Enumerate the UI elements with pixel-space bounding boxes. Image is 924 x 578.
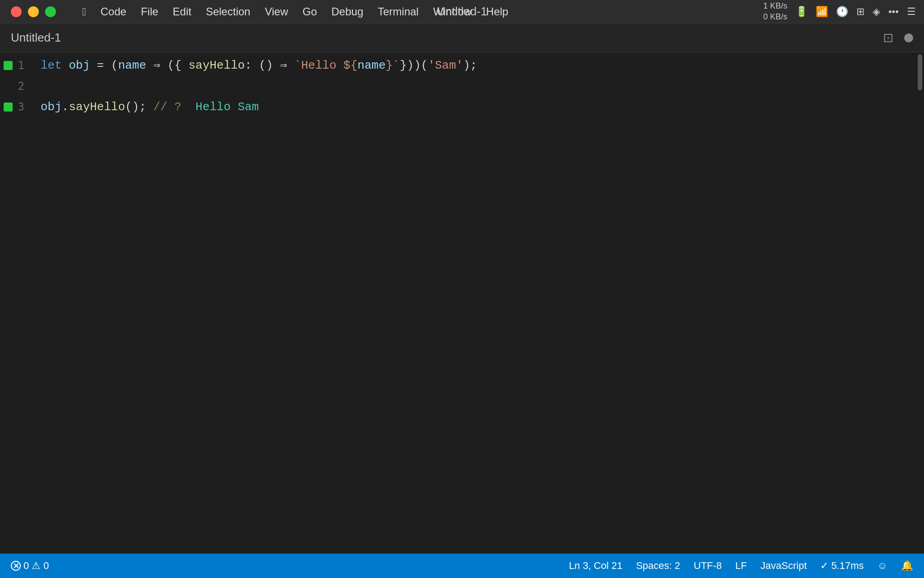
code-editor[interactable]: let obj = (name ⇒ ({ sayHello: () ⇒ `Hel… — [32, 52, 916, 554]
warning-icon: ⚠ — [32, 560, 41, 572]
line-gutter: 1 2 3 — [0, 52, 32, 554]
go-menu-item[interactable]: Go — [296, 4, 324, 20]
editor-tab-bar: Untitled-1 ⊡ — [0, 23, 924, 52]
indentation[interactable]: Spaces: 2 — [636, 560, 680, 572]
gutter-line-2: 2 — [0, 76, 32, 97]
clock-icon: 🕐 — [836, 6, 848, 18]
code-line-1: let obj = (name ⇒ ({ sayHello: () ⇒ `Hel… — [32, 55, 916, 76]
line-ending[interactable]: LF — [735, 560, 747, 572]
maximize-button[interactable] — [45, 6, 56, 17]
tmpl-name: name — [357, 55, 385, 76]
terminal-menu-item[interactable]: Terminal — [370, 4, 426, 20]
encoding[interactable]: UTF-8 — [694, 560, 722, 572]
method-sayHello: sayHello — [69, 97, 125, 117]
status-bar: ✕ 0 ⚠ 0 Ln 3, Col 21 Spaces: 2 UTF-8 LF … — [0, 554, 924, 578]
breakpoint-1[interactable] — [4, 61, 13, 70]
tmpl-end: }` — [386, 55, 400, 76]
var-obj: obj — [69, 55, 90, 76]
line-number-1: 1 — [18, 59, 24, 72]
gutter-line-3: 3 — [0, 97, 32, 117]
status-right: Ln 3, Col 21 Spaces: 2 UTF-8 LF JavaScri… — [569, 560, 913, 572]
selection-menu-item[interactable]: Selection — [199, 4, 258, 20]
smiley-icon[interactable]: ☺ — [878, 560, 887, 572]
list-icon: ☰ — [907, 6, 916, 18]
wifi-icon: 📶 — [816, 6, 828, 18]
net-speed: 1 KB/s 0 KB/s — [763, 1, 787, 22]
warning-number: 0 — [43, 560, 49, 572]
window-title: Untitled-1 — [437, 5, 487, 19]
op-brace-close: }))( — [400, 55, 428, 76]
traffic-lights — [0, 6, 67, 17]
battery-icon: 🔋 — [795, 6, 808, 18]
op-arrow2: ⇒ — [280, 55, 294, 76]
finder-icon: ◈ — [873, 6, 880, 18]
prop-sayHello: sayHello — [189, 55, 245, 76]
minimize-button[interactable] — [28, 6, 39, 17]
str-sam: 'Sam' — [428, 55, 463, 76]
menu-bar:  Code File Edit Selection View Go Debug… — [0, 0, 924, 23]
control-center-icon: ⊞ — [856, 6, 864, 18]
obj-ref: obj — [41, 97, 62, 117]
comment-result: Hello Sam — [189, 97, 259, 117]
op-brace-open: { — [175, 55, 189, 76]
code-line-2 — [32, 76, 916, 97]
bell-icon[interactable]: 🔔 — [901, 560, 913, 572]
status-left: ✕ 0 ⚠ 0 — [11, 560, 49, 572]
op-arrow1: ⇒ ( — [146, 55, 174, 76]
op-paren: () — [259, 55, 280, 76]
error-icon: ✕ — [11, 561, 21, 571]
apple-menu-item[interactable]:  — [75, 4, 93, 20]
op-colon: : — [245, 55, 259, 76]
code-menu-item[interactable]: Code — [93, 4, 134, 20]
view-menu-item[interactable]: View — [258, 4, 296, 20]
plugin-status: ✓ 5.17ms — [820, 560, 864, 572]
scrollbar-track[interactable] — [916, 52, 924, 554]
gutter-line-1: 1 — [0, 55, 32, 76]
keyword-let: let — [41, 55, 69, 76]
code-line-3: obj.sayHello(); // ? Hello Sam — [32, 97, 916, 117]
file-menu-item[interactable]: File — [134, 4, 166, 20]
editor-area: 1 2 3 let obj = (name ⇒ ({ sayHello: () … — [0, 52, 924, 554]
split-editor-icon[interactable]: ⊡ — [883, 30, 893, 45]
breakpoint-3[interactable] — [4, 103, 13, 112]
dot-indicator — [904, 33, 913, 42]
call-parens: (); — [125, 97, 146, 117]
edit-menu-item[interactable]: Edit — [166, 4, 199, 20]
error-number: 0 — [23, 560, 29, 572]
language-mode[interactable]: JavaScript — [761, 560, 807, 572]
editor-tab[interactable]: Untitled-1 — [11, 31, 61, 45]
editor-actions: ⊡ — [883, 30, 913, 45]
more-icon: ••• — [888, 6, 899, 18]
cursor-position[interactable]: Ln 3, Col 21 — [569, 560, 623, 572]
debug-menu-item[interactable]: Debug — [324, 4, 371, 20]
tmpl-start: `Hello ${ — [294, 55, 357, 76]
close-button[interactable] — [11, 6, 22, 17]
comment-text: // ? — [146, 97, 189, 117]
op-end: ); — [463, 55, 477, 76]
line-number-2: 2 — [18, 80, 24, 93]
var-name: name — [118, 55, 146, 76]
dot: . — [62, 97, 69, 117]
op-eq: = ( — [90, 55, 118, 76]
line-number-3: 3 — [18, 101, 24, 113]
error-count[interactable]: ✕ 0 ⚠ 0 — [11, 560, 49, 572]
menu-right-icons: 1 KB/s 0 KB/s 🔋 📶 🕐 ⊞ ◈ ••• ☰ — [763, 1, 916, 22]
scrollbar-thumb[interactable] — [918, 54, 922, 90]
